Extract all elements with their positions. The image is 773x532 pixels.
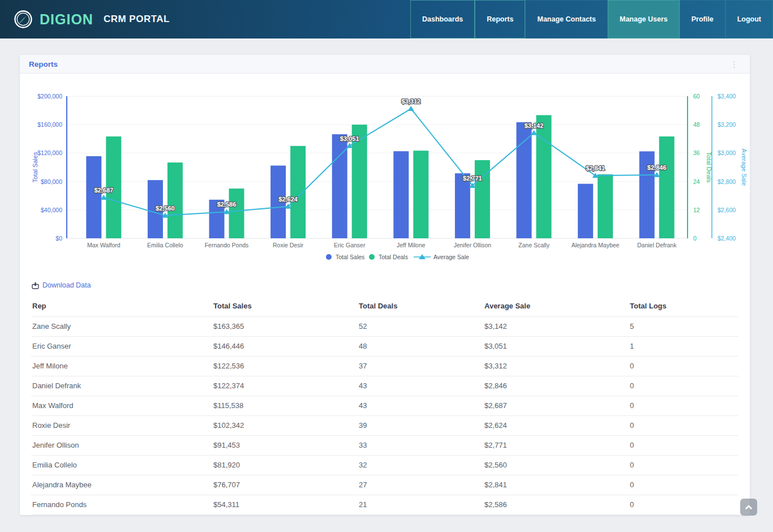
table-cell: 0 [629, 396, 738, 416]
table-row: Zane Scally$163,36552$3,1425 [31, 317, 738, 337]
average-sale-label: $2,560 [156, 205, 175, 212]
table-cell: 43 [358, 396, 483, 416]
nav-item-profile[interactable]: Profile [680, 0, 725, 38]
avg-axis-tick: $2,400 [718, 235, 736, 242]
average-sale-label: $3,312 [401, 98, 420, 105]
category-label: Fernando Ponds [205, 242, 249, 248]
table-cell: Jenifer Ollison [31, 436, 212, 456]
reports-card: Reports ⋮ $0$40,000$80,000$120,000$160,0… [20, 55, 750, 515]
table-cell: $3,312 [483, 357, 629, 376]
chevron-up-icon [744, 504, 753, 510]
nav-item-dashboards[interactable]: Dashboards [410, 0, 475, 38]
table-row: Fernando Ponds$54,31121$2,5860 [31, 495, 738, 515]
table-cell: 0 [629, 475, 738, 495]
table-cell: $102,342 [212, 416, 358, 436]
brand-logo[interactable]: DIGION CRM PORTAL [0, 0, 170, 38]
bar-total-sales[interactable] [455, 173, 470, 238]
table-cell: 27 [358, 475, 483, 495]
deals-axis-tick: 12 [693, 207, 700, 213]
table-body: Zane Scally$163,36552$3,1425Eric Ganser$… [31, 317, 738, 515]
table-cell: 0 [629, 376, 738, 396]
nav-item-manage-users[interactable]: Manage Users [608, 0, 680, 38]
table-cell: $2,771 [483, 436, 629, 456]
legend-swatch-total-sales[interactable] [326, 254, 332, 260]
bar-total-sales[interactable] [578, 184, 593, 238]
deals-axis-title: Total Deals [706, 152, 712, 183]
bar-total-deals[interactable] [229, 188, 244, 238]
average-sale-label: $3,142 [525, 122, 544, 129]
table-cell: Max Walford [31, 396, 212, 416]
bar-total-sales[interactable] [86, 156, 101, 238]
table-cell: Eric Ganser [31, 337, 212, 357]
table-cell: 5 [629, 317, 738, 337]
deals-axis-tick: 60 [693, 93, 700, 100]
average-sale-marker[interactable] [531, 130, 537, 135]
download-data-link[interactable]: Download Data [32, 281, 91, 289]
sales-axis-tick: $160,000 [37, 121, 62, 128]
sales-axis-title: Total Sales [32, 152, 38, 182]
table-cell: $3,142 [483, 317, 629, 337]
table-row: Eric Ganser$146,44648$3,0511 [31, 337, 738, 357]
brand-subtitle: CRM PORTAL [104, 14, 170, 25]
bar-total-sales[interactable] [393, 151, 409, 238]
bar-total-deals[interactable] [598, 174, 613, 238]
table-cell: 32 [358, 456, 483, 475]
deals-axis-tick: 36 [693, 149, 700, 156]
table-row: Jeff Milone$122,53637$3,3120 [31, 357, 738, 376]
table-cell: $81,920 [212, 456, 358, 475]
reports-card-header: Reports ⋮ [20, 55, 750, 74]
table-cell: $2,560 [483, 456, 629, 475]
table-cell: $76,707 [212, 475, 358, 495]
avg-axis-tick: $3,400 [718, 93, 736, 100]
bar-total-deals[interactable] [536, 115, 552, 238]
column-header: Total Sales [212, 296, 358, 317]
bar-total-sales[interactable] [517, 122, 532, 238]
table-cell: 43 [358, 376, 483, 396]
avg-axis-title: Average Sale [741, 149, 748, 186]
table-row: Roxie Desir$102,34239$2,6240 [31, 416, 738, 436]
category-label: Roxie Desir [273, 242, 304, 248]
avg-axis-tick: $2,800 [718, 178, 736, 185]
table-cell: 1 [629, 337, 738, 357]
nav-item-logout[interactable]: Logout [725, 0, 773, 38]
avg-axis-tick: $2,600 [718, 207, 736, 213]
table-cell: Emilia Collelo [31, 456, 212, 475]
table-cell: $163,365 [212, 317, 358, 337]
table-row: Daniel Defrank$122,37443$2,8460 [31, 376, 738, 396]
download-label: Download Data [42, 281, 91, 289]
vertical-dots-icon[interactable]: ⋮ [728, 60, 741, 68]
nav-item-reports[interactable]: Reports [475, 0, 525, 38]
bar-total-deals[interactable] [659, 136, 675, 238]
table-cell: $2,624 [483, 416, 629, 436]
table-cell: 0 [629, 495, 738, 515]
legend-label-total-deals[interactable]: Total Deals [379, 254, 408, 260]
bar-total-deals[interactable] [168, 162, 183, 238]
bar-total-deals[interactable] [413, 151, 428, 238]
average-sale-marker[interactable] [346, 143, 353, 148]
average-sale-label: $2,846 [647, 164, 667, 171]
table-row: Alejandra Maybee$76,70727$2,8410 [31, 475, 738, 495]
average-sale-marker[interactable] [408, 106, 414, 111]
average-sale-label: $2,586 [217, 201, 237, 208]
legend-swatch-total-deals[interactable] [369, 254, 375, 260]
download-icon [32, 282, 39, 289]
table-cell: Zane Scally [31, 317, 212, 337]
sales-chart[interactable]: $0$40,000$80,000$120,000$160,000$200,000… [20, 74, 750, 270]
table-cell: $115,538 [212, 396, 358, 416]
legend-label-average-sale[interactable]: Average Sale [433, 254, 469, 260]
legend-label-total-sales[interactable]: Total Sales [336, 254, 364, 260]
scroll-to-top-button[interactable] [740, 499, 757, 516]
table-cell: $2,586 [483, 495, 629, 515]
average-sale-label: $2,624 [278, 196, 298, 203]
average-sale-label: $2,841 [586, 165, 605, 171]
table-cell: 37 [358, 357, 483, 376]
sales-axis-tick: $120,000 [37, 149, 62, 156]
compass-icon [14, 10, 33, 29]
average-sale-marker[interactable] [101, 195, 107, 200]
nav-item-manage-contacts[interactable]: Manage Contacts [525, 0, 608, 38]
category-label: Jenifer Ollison [454, 242, 492, 248]
sales-axis-tick: $0 [55, 235, 62, 242]
rep-table: RepTotal SalesTotal DealsAverage SaleTot… [31, 296, 738, 515]
table-cell: 33 [358, 436, 483, 456]
category-label: Alejandra Maybee [572, 242, 620, 248]
